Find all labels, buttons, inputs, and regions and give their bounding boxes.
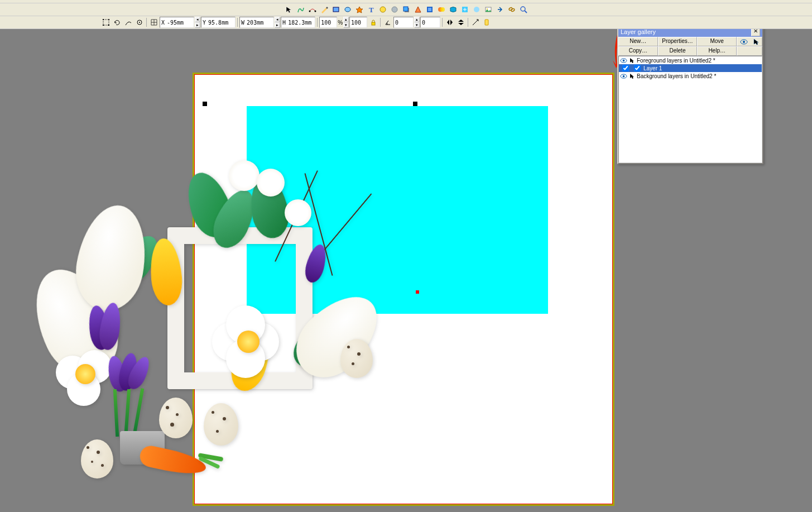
arrow-icon[interactable] — [628, 73, 636, 80]
separator — [317, 18, 318, 27]
svg-rect-2 — [333, 7, 339, 12]
h-coord[interactable]: H182.3mm — [281, 17, 315, 28]
svg-rect-21 — [103, 19, 104, 20]
svg-rect-24 — [108, 25, 109, 26]
svg-rect-28 — [485, 20, 488, 25]
vis-edit-toggles — [737, 37, 762, 46]
layer-group-row[interactable]: Foreground layers in Untitled2 * — [619, 56, 762, 64]
liveeffect-icon[interactable] — [459, 4, 470, 15]
flip-h-icon[interactable] — [444, 17, 455, 28]
svg-point-0 — [309, 11, 310, 12]
scale-y[interactable]: 100 — [349, 17, 367, 28]
new-button[interactable]: New… — [618, 37, 658, 46]
arrow-icon[interactable] — [628, 57, 636, 64]
rectangle-icon[interactable] — [330, 4, 341, 15]
marker-icon[interactable] — [481, 17, 492, 28]
editable-checkbox[interactable] — [634, 65, 641, 71]
selection-handle[interactable] — [413, 102, 417, 106]
pushtool-icon[interactable] — [494, 4, 505, 15]
separator — [237, 18, 238, 27]
copy-button[interactable]: Copy… — [618, 46, 658, 56]
rotation-val[interactable]: 0 — [393, 17, 414, 28]
separator — [146, 18, 147, 27]
eye-icon[interactable] — [620, 73, 627, 80]
w-coord[interactable]: W203mm — [239, 17, 274, 28]
link-icon[interactable] — [506, 4, 517, 15]
snap-icon[interactable] — [470, 17, 481, 28]
svg-point-19 — [521, 7, 525, 11]
rotate-mode-icon[interactable] — [112, 17, 122, 28]
bevel-icon[interactable] — [412, 4, 423, 15]
blend-icon[interactable] — [436, 4, 446, 15]
panel-title: Layer gallery — [621, 29, 656, 35]
layer-gallery-panel[interactable]: Layer gallery ✕ New… Properties… Move Co… — [617, 29, 763, 164]
properties-button[interactable]: Properties… — [658, 37, 698, 46]
scale-x[interactable]: 100 — [319, 17, 337, 28]
fill-icon[interactable] — [377, 4, 388, 15]
contour-icon[interactable] — [424, 4, 435, 15]
svg-point-16 — [487, 8, 488, 9]
svg-point-12 — [440, 7, 445, 12]
selection-handle[interactable] — [203, 102, 207, 106]
svg-point-32 — [623, 59, 625, 61]
photo-icon[interactable] — [483, 4, 493, 15]
scalewidth-icon[interactable] — [123, 17, 133, 28]
x-spinner[interactable]: ◂▸ — [195, 17, 200, 28]
freehand-icon[interactable] — [295, 4, 306, 15]
dropper-icon[interactable] — [134, 17, 145, 28]
flip-v-icon[interactable] — [455, 17, 466, 28]
svg-point-1 — [314, 11, 316, 12]
svg-rect-27 — [372, 22, 375, 25]
sel-bounds-icon[interactable] — [100, 17, 111, 28]
mould-icon[interactable] — [448, 4, 458, 15]
layer-label: Background layers in Untitled2 * — [637, 73, 716, 79]
cyan-object[interactable] — [247, 106, 548, 314]
close-icon[interactable]: ✕ — [751, 29, 760, 36]
svg-point-6 — [392, 7, 397, 12]
separator — [468, 18, 468, 27]
y-coord[interactable]: Y95.8mm — [201, 17, 236, 28]
layer-row[interactable]: Layer 1 — [619, 64, 762, 72]
arrow-icon[interactable] — [753, 39, 759, 45]
quickshape-icon[interactable] — [354, 4, 364, 15]
w-spinner[interactable]: ◂▸ — [275, 17, 280, 28]
visible-checkbox[interactable] — [622, 65, 629, 71]
rotation-center[interactable] — [416, 290, 419, 294]
layer-group-row[interactable]: Background layers in Untitled2 * — [619, 72, 762, 80]
rot-spinner[interactable]: ▴▾ — [414, 17, 420, 28]
skew-val[interactable]: 0 — [420, 17, 440, 28]
shape-edit-icon[interactable] — [307, 4, 318, 15]
layer-list[interactable]: Foreground layers in Untitled2 * Layer 1… — [618, 56, 762, 163]
text-icon[interactable]: T — [366, 4, 376, 15]
top-toolbar: T — [0, 3, 812, 16]
svg-point-34 — [623, 75, 625, 77]
svg-rect-8 — [403, 7, 408, 11]
zoom-icon[interactable] — [518, 4, 528, 15]
eye-icon[interactable] — [620, 57, 627, 64]
delete-button[interactable]: Delete — [658, 46, 698, 56]
options-toolbar: X-95mm ◂▸ Y95.8mm W203mm ◂▸ H182.3mm 100… — [0, 16, 812, 29]
help-button[interactable]: Help… — [697, 46, 737, 56]
shadow-icon[interactable] — [401, 4, 411, 15]
eye-icon[interactable] — [740, 39, 748, 45]
svg-point-26 — [139, 22, 140, 23]
transparency-icon[interactable] — [389, 4, 400, 15]
svg-point-3 — [345, 7, 350, 12]
svg-text:T: T — [369, 6, 374, 13]
selector-icon[interactable] — [284, 4, 294, 15]
svg-rect-10 — [428, 8, 431, 11]
svg-point-14 — [474, 7, 479, 12]
grid-icon[interactable] — [148, 17, 159, 28]
angle-icon[interactable] — [382, 17, 393, 28]
panel-titlebar[interactable]: Layer gallery ✕ — [618, 29, 762, 37]
scale-spinner[interactable]: ▴▾ — [343, 17, 349, 28]
ellipse-icon[interactable] — [342, 4, 353, 15]
svg-point-5 — [380, 7, 386, 12]
x-coord[interactable]: X-95mm — [160, 17, 194, 28]
lock-aspect-icon[interactable] — [368, 17, 378, 28]
workspace[interactable]: Layer gallery ✕ New… Properties… Move Co… — [0, 29, 812, 512]
svg-point-18 — [511, 8, 515, 12]
feather-icon[interactable] — [471, 4, 482, 15]
move-button[interactable]: Move — [697, 37, 737, 46]
pen-icon[interactable] — [319, 4, 329, 15]
